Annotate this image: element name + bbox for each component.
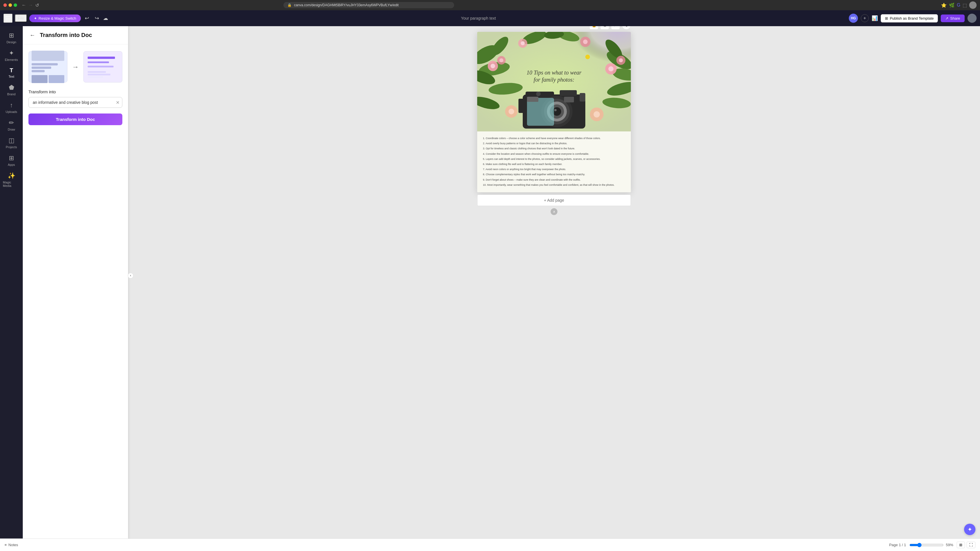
brand-icon: ⬟	[9, 84, 14, 91]
browser-url: canva.com/design/DAGHMt5BiRY/vuJHY33emAs…	[294, 3, 399, 7]
transform-input[interactable]	[29, 97, 123, 108]
browser-refresh[interactable]: ↺	[35, 3, 39, 8]
sidebar-item-design[interactable]: ⊞ Design	[2, 30, 21, 46]
undo-button[interactable]: ↩	[83, 14, 91, 22]
sidebar-item-brand[interactable]: ⬟ Brand	[2, 82, 21, 98]
transform-preview-to	[83, 51, 123, 83]
text-icon: T	[10, 67, 13, 74]
browser-back[interactable]: ←	[22, 3, 26, 8]
uploads-icon: ↑	[10, 102, 13, 109]
draw-icon: ✏	[9, 119, 14, 127]
hamburger-menu[interactable]	[3, 14, 13, 23]
redo-button[interactable]: ↪	[93, 14, 101, 22]
sidebar-item-uploads[interactable]: ↑ Uploads	[2, 99, 21, 116]
transform-arrow-icon: →	[72, 63, 79, 71]
transform-panel-title: Transform into Doc	[40, 32, 92, 38]
transform-into-label: Transform into	[29, 89, 123, 94]
elements-icon: ✦	[9, 49, 14, 57]
browser-forward[interactable]: →	[29, 3, 33, 8]
sidebar-item-elements[interactable]: ✦ Elements	[2, 47, 21, 64]
sidebar-item-text[interactable]: T Text	[2, 65, 21, 81]
sidebar-item-draw[interactable]: ✏ Draw	[2, 117, 21, 133]
design-icon: ⊞	[9, 32, 14, 39]
magic-switch-icon: ✦	[34, 16, 37, 21]
cloud-icon: ☁	[103, 15, 108, 21]
magic-switch-button[interactable]: ✦ Resize & Magic Switch	[29, 14, 81, 22]
transform-preview-from	[29, 51, 67, 83]
sidebar-item-apps[interactable]: ⊞ Apps	[2, 152, 21, 169]
magic-media-icon: ✨	[8, 172, 15, 179]
sidebar-item-projects[interactable]: ◫ Projects	[2, 135, 21, 151]
projects-icon: ◫	[8, 137, 14, 144]
clear-input-button[interactable]: ✕	[116, 100, 119, 105]
transform-submit-button[interactable]: Transform into Doc	[29, 113, 123, 125]
back-button[interactable]: ←	[29, 31, 37, 40]
file-menu[interactable]: File	[15, 14, 27, 22]
apps-icon: ⊞	[9, 154, 14, 162]
sidebar-item-magic-media[interactable]: ✨ Magic Media	[2, 170, 21, 190]
